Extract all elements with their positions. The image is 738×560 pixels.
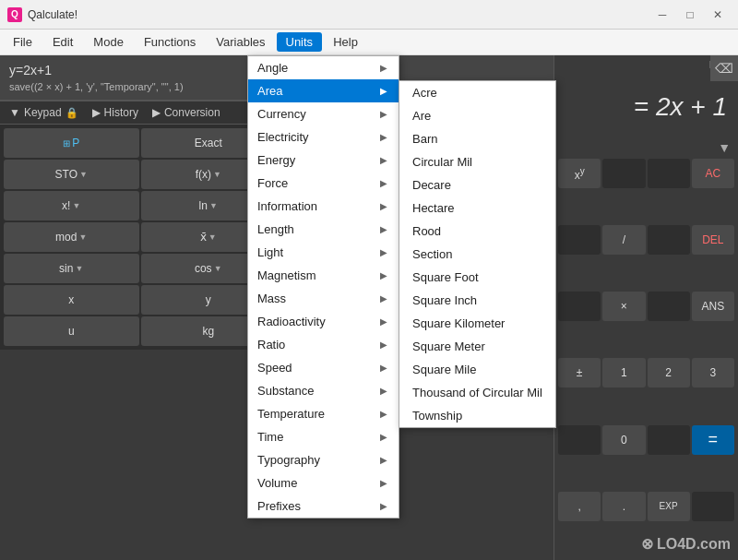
menu-area[interactable]: Area ▶ (248, 79, 399, 102)
submenu-hectare[interactable]: Hectare (399, 197, 555, 220)
rkey-ans[interactable]: ANS (692, 292, 734, 321)
menu-mode[interactable]: Mode (84, 32, 133, 52)
minimize-button[interactable]: ─ (649, 6, 675, 24)
chevron-right-icon-20: ▶ (380, 501, 387, 511)
rkey-divide[interactable]: / (602, 225, 645, 255)
window-controls: ─ □ ✕ (649, 6, 731, 24)
rkey-blank1[interactable] (602, 159, 645, 188)
menu-length[interactable]: Length ▶ (248, 218, 399, 241)
key-sin[interactable]: sin ▼ (4, 254, 139, 283)
menu-typography[interactable]: Typography ▶ (248, 448, 399, 471)
arrow-icon-2: ▼ (213, 170, 221, 179)
key-mod[interactable]: mod ▼ (4, 222, 139, 252)
rkey-comma[interactable]: , (558, 492, 601, 521)
calc-right-panel: RAD = 2x + 1 ⌫ ▼ xy AC / DEL × ANS ± (554, 55, 738, 560)
submenu-barn[interactable]: Barn (399, 127, 555, 150)
title-bar: Q Qalculate! ─ □ ✕ (0, 0, 738, 30)
close-button[interactable]: ✕ (705, 6, 731, 24)
key-p[interactable]: ⊞ P (4, 128, 139, 158)
watermark: ⊗ LO4D.com (641, 535, 731, 553)
menu-speed[interactable]: Speed ▶ (248, 356, 399, 379)
rkey-blank3[interactable] (558, 225, 601, 255)
menu-radioactivity[interactable]: Radioactivity ▶ (248, 310, 399, 333)
result-display: = 2x + 1 (554, 74, 738, 140)
submenu-township[interactable]: Township (399, 404, 555, 427)
key-x[interactable]: x (4, 285, 139, 315)
rkey-equals[interactable]: = (692, 425, 734, 455)
menu-temperature[interactable]: Temperature ▶ (248, 402, 399, 425)
maximize-button[interactable]: □ (677, 6, 703, 24)
menu-edit[interactable]: Edit (43, 32, 82, 52)
rkey-del[interactable]: DEL (692, 225, 734, 255)
submenu-section[interactable]: Section (399, 243, 555, 266)
menu-ratio[interactable]: Ratio ▶ (248, 333, 399, 356)
submenu-square-inch[interactable]: Square Inch (399, 289, 555, 312)
rkey-times[interactable]: × (602, 292, 645, 321)
submenu-square-meter[interactable]: Square Meter (399, 335, 555, 358)
rkey-1[interactable]: 1 (602, 358, 645, 387)
key-sto[interactable]: STO ▼ (4, 160, 139, 189)
play-icon-2: ▶ (152, 106, 161, 119)
keypad-toggle[interactable]: ▼ Keypad 🔒 (9, 106, 78, 119)
rkey-ac[interactable]: AC (692, 159, 734, 188)
rkey-2[interactable]: 2 (648, 358, 690, 387)
menu-units[interactable]: Units (277, 32, 323, 52)
chevron-right-icon-5: ▶ (380, 155, 387, 165)
submenu-circular-mil[interactable]: Circular Mil (399, 150, 555, 173)
rkey-blank8[interactable] (648, 425, 690, 455)
menu-bar: File Edit Mode Functions Variables Units… (0, 30, 738, 55)
submenu-decare[interactable]: Decare (399, 173, 555, 197)
menu-functions[interactable]: Functions (135, 32, 205, 52)
rkey-blank7[interactable] (558, 425, 601, 455)
menu-magnetism[interactable]: Magnetism ▶ (248, 264, 399, 287)
history-toggle[interactable]: ▶ History (92, 106, 138, 119)
units-dropdown: Angle ▶ Area ▶ Currency ▶ Electricity ▶ … (247, 55, 399, 518)
menu-substance[interactable]: Substance ▶ (248, 379, 399, 402)
rkey-plusminus[interactable]: ± (558, 358, 601, 387)
grid-icon: ⊞ (63, 138, 70, 149)
menu-electricity[interactable]: Electricity ▶ (248, 125, 399, 149)
rkey-0[interactable]: 0 (602, 425, 645, 455)
rkey-3[interactable]: 3 (692, 358, 734, 387)
rkey-exp[interactable]: EXP (648, 492, 690, 521)
chevron-right-icon-10: ▶ (380, 270, 387, 280)
menu-angle[interactable]: Angle ▶ (248, 56, 399, 79)
chevron-right-icon-18: ▶ (380, 455, 387, 465)
menu-volume[interactable]: Volume ▶ (248, 471, 399, 494)
rkey-blank5[interactable] (558, 292, 601, 321)
chevron-right-icon-7: ▶ (380, 201, 387, 211)
chevron-right-icon-19: ▶ (380, 478, 387, 488)
menu-variables[interactable]: Variables (207, 32, 274, 52)
submenu-square-foot[interactable]: Square Foot (399, 266, 555, 289)
menu-light[interactable]: Light ▶ (248, 241, 399, 264)
rkey-xpow[interactable]: xy (558, 159, 601, 188)
chevron-right-icon-2: ▶ (380, 86, 387, 96)
rkey-dot[interactable]: . (602, 492, 645, 521)
submenu-acre[interactable]: Acre (399, 81, 555, 104)
menu-information[interactable]: Information ▶ (248, 195, 399, 218)
key-factorial[interactable]: x! ▼ (4, 191, 139, 220)
chevron-right-icon-13: ▶ (380, 340, 387, 350)
backspace-button[interactable]: ⌫ (710, 55, 738, 81)
rkey-blank9[interactable] (692, 492, 734, 521)
menu-time[interactable]: Time ▶ (248, 425, 399, 448)
menu-file[interactable]: File (4, 32, 42, 52)
submenu-rood[interactable]: Rood (399, 220, 555, 243)
menu-force[interactable]: Force ▶ (248, 172, 399, 195)
rkey-blank2[interactable] (648, 159, 690, 188)
chevron-right-icon-3: ▶ (380, 109, 387, 119)
rkey-blank6[interactable] (648, 292, 690, 321)
submenu-are[interactable]: Are (399, 104, 555, 127)
submenu-square-kilometer[interactable]: Square Kilometer (399, 312, 555, 335)
menu-help[interactable]: Help (324, 32, 367, 52)
chevron-right-icon-11: ▶ (380, 293, 387, 304)
menu-mass[interactable]: Mass ▶ (248, 287, 399, 310)
rkey-blank4[interactable] (648, 225, 690, 255)
menu-energy[interactable]: Energy ▶ (248, 149, 399, 172)
submenu-thousand-circular-mil[interactable]: Thousand of Circular Mil (399, 381, 555, 404)
menu-currency[interactable]: Currency ▶ (248, 102, 399, 125)
submenu-square-mile[interactable]: Square Mile (399, 358, 555, 381)
key-u[interactable]: u (4, 316, 139, 346)
menu-prefixes[interactable]: Prefixes ▶ (248, 494, 399, 518)
conversion-toggle[interactable]: ▶ Conversion (152, 106, 220, 119)
